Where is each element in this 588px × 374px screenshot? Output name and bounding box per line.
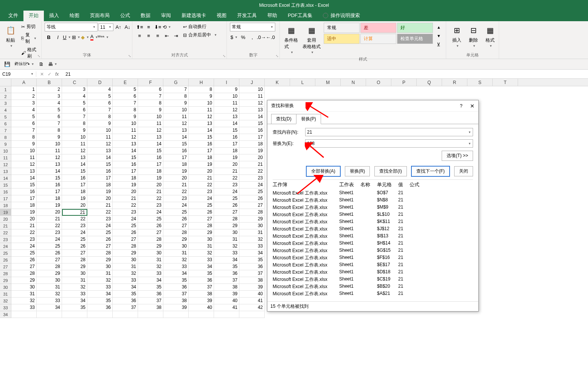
cell[interactable]: 9 bbox=[87, 120, 113, 127]
cell[interactable]: 37 bbox=[163, 291, 189, 298]
column-header[interactable]: S bbox=[467, 79, 493, 86]
header-cell[interactable]: 单元格 bbox=[377, 181, 398, 188]
cell[interactable]: 28 bbox=[87, 250, 113, 257]
cell[interactable]: 9 bbox=[163, 100, 189, 107]
cell[interactable]: 12 bbox=[239, 100, 265, 107]
cell[interactable]: 33 bbox=[189, 257, 214, 263]
cell[interactable]: 40 bbox=[239, 291, 265, 298]
row-header[interactable]: 4 bbox=[0, 107, 11, 114]
cell[interactable]: 8 bbox=[113, 107, 138, 114]
row-header[interactable]: 6 bbox=[0, 120, 11, 127]
cell[interactable]: 35 bbox=[163, 277, 189, 284]
cell[interactable]: 35 bbox=[87, 298, 113, 304]
cell[interactable]: 12 bbox=[113, 134, 138, 141]
decrease-font-button[interactable]: A↓ bbox=[123, 23, 132, 31]
cell[interactable]: 6 bbox=[113, 93, 138, 100]
cell[interactable]: 39 bbox=[239, 284, 265, 291]
cell[interactable]: 36 bbox=[214, 270, 239, 277]
result-row[interactable]: Microsoft Excel 工作表.xlsxSheet1$C$1921 bbox=[273, 276, 473, 283]
cell[interactable]: 29 bbox=[138, 243, 163, 250]
cell[interactable]: 3 bbox=[11, 100, 37, 107]
cell[interactable]: 30 bbox=[62, 270, 87, 277]
cell[interactable]: 16 bbox=[163, 148, 189, 154]
cell[interactable]: 5 bbox=[87, 93, 113, 100]
cell[interactable]: 21 bbox=[239, 161, 265, 168]
cell[interactable]: 24 bbox=[37, 236, 62, 243]
cell[interactable]: 14 bbox=[11, 175, 37, 182]
cell[interactable]: 5 bbox=[113, 86, 138, 93]
top-align-button[interactable]: ⬆≡ bbox=[135, 23, 144, 31]
cell[interactable]: 27 bbox=[163, 223, 189, 229]
cell[interactable]: 11 bbox=[189, 107, 214, 114]
cell[interactable]: 16 bbox=[189, 141, 214, 148]
cells-area[interactable]: 1234567891023456789101134567891011124567… bbox=[11, 86, 265, 318]
cell[interactable]: 20 bbox=[189, 168, 214, 175]
cell[interactable]: 32 bbox=[62, 284, 87, 291]
bottom-align-button[interactable]: ⬇≡ bbox=[154, 23, 162, 31]
cell[interactable]: 30 bbox=[113, 257, 138, 263]
cell[interactable]: 21 bbox=[138, 189, 163, 195]
tab-layout[interactable]: 页面布局 bbox=[85, 10, 115, 21]
cell[interactable]: 20 bbox=[138, 182, 163, 189]
cell[interactable]: 22 bbox=[189, 182, 214, 189]
cell[interactable]: 30 bbox=[189, 236, 214, 243]
cell[interactable]: 21 bbox=[11, 223, 37, 229]
row-header[interactable]: 13 bbox=[0, 168, 11, 175]
cell[interactable]: 34 bbox=[189, 263, 214, 270]
tab-draw[interactable]: 绘图 bbox=[64, 10, 85, 21]
row-header[interactable]: 26 bbox=[0, 257, 11, 263]
cell[interactable]: 22 bbox=[239, 168, 265, 175]
cell[interactable]: 15 bbox=[11, 182, 37, 189]
cell[interactable]: 34 bbox=[62, 298, 87, 304]
cell[interactable]: 19 bbox=[138, 175, 163, 182]
cell[interactable]: 12 bbox=[214, 107, 239, 114]
cell[interactable]: 34 bbox=[37, 304, 62, 311]
cell[interactable]: 15 bbox=[163, 141, 189, 148]
cell[interactable]: 25 bbox=[138, 216, 163, 223]
cell[interactable] bbox=[87, 311, 113, 318]
cell[interactable]: 17 bbox=[239, 134, 265, 141]
table-format-button[interactable]: ▦套用 表格格式▼ bbox=[301, 23, 322, 56]
cell[interactable]: 36 bbox=[239, 263, 265, 270]
cell[interactable]: 4 bbox=[37, 100, 62, 107]
fx-icon[interactable]: fx bbox=[55, 72, 59, 77]
cell[interactable]: 14 bbox=[87, 154, 113, 161]
cell[interactable]: 22 bbox=[11, 229, 37, 236]
column-header[interactable]: H bbox=[189, 79, 214, 86]
cell[interactable]: 7 bbox=[37, 120, 62, 127]
cell[interactable]: 36 bbox=[189, 277, 214, 284]
cell[interactable]: 26 bbox=[189, 209, 214, 216]
cell[interactable]: 10 bbox=[214, 93, 239, 100]
result-row[interactable]: Microsoft Excel 工作表.xlsxSheet1$M$921 bbox=[273, 204, 473, 211]
cell[interactable]: 31 bbox=[189, 243, 214, 250]
tab-replace[interactable]: 替换(P) bbox=[296, 114, 321, 124]
cell[interactable]: 6 bbox=[138, 86, 163, 93]
cut-button[interactable]: ✂剪切 bbox=[20, 23, 38, 31]
cell[interactable]: 17 bbox=[87, 175, 113, 182]
cell[interactable]: 14 bbox=[113, 148, 138, 154]
cell[interactable]: 11 bbox=[87, 134, 113, 141]
tab-find[interactable]: 查找(D) bbox=[271, 114, 296, 124]
cell[interactable]: 20 bbox=[163, 175, 189, 182]
cell[interactable]: 36 bbox=[113, 298, 138, 304]
cell[interactable]: 21 bbox=[214, 168, 239, 175]
cell[interactable]: 12 bbox=[189, 114, 214, 120]
cell[interactable]: 28 bbox=[37, 263, 62, 270]
cell[interactable]: 28 bbox=[163, 229, 189, 236]
row-header[interactable]: 10 bbox=[0, 148, 11, 154]
row-header[interactable]: 28 bbox=[0, 270, 11, 277]
column-header[interactable]: M bbox=[315, 79, 341, 86]
cell[interactable]: 18 bbox=[189, 154, 214, 161]
cell[interactable]: 21 bbox=[189, 175, 214, 182]
cell[interactable]: 17 bbox=[37, 189, 62, 195]
cell[interactable]: 22 bbox=[37, 223, 62, 229]
cell[interactable]: 36 bbox=[163, 284, 189, 291]
cell[interactable]: 16 bbox=[138, 154, 163, 161]
row-header[interactable]: 24 bbox=[0, 243, 11, 250]
column-header[interactable]: N bbox=[341, 79, 366, 86]
column-header[interactable]: A bbox=[11, 79, 37, 86]
cell[interactable]: 17 bbox=[163, 154, 189, 161]
row-header[interactable]: 30 bbox=[0, 284, 11, 291]
cell[interactable]: 30 bbox=[138, 250, 163, 257]
cell[interactable]: 34 bbox=[138, 277, 163, 284]
